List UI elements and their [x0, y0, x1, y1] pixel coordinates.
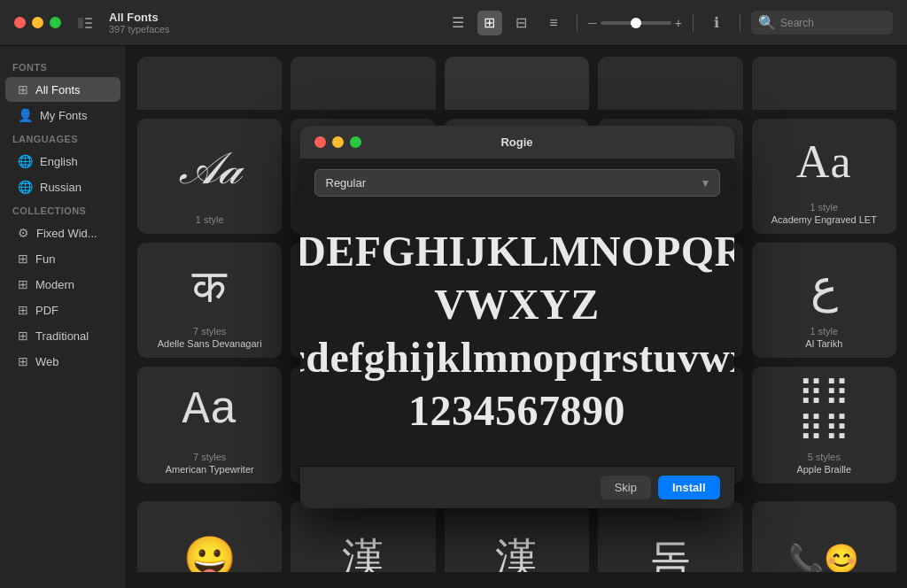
sidebar-web-label: Web: [35, 355, 59, 368]
font-card-cjk1[interactable]: 漢: [291, 501, 435, 572]
sidebar-item-all-fonts[interactable]: ⊞ All Fonts: [5, 77, 120, 102]
search-box[interactable]: 🔍: [751, 11, 893, 35]
grid-view-icon[interactable]: ⊞: [477, 11, 502, 35]
font-preview-cjk1: 漢: [342, 510, 384, 572]
detail-view-icon[interactable]: ≡: [541, 11, 566, 35]
app-title: All Fonts: [109, 11, 446, 24]
font-card-emoji2[interactable]: 📞😊: [752, 501, 896, 572]
font-card-al-tarikh[interactable]: ع 1 style Al Tarikh: [752, 243, 896, 358]
sidebar-item-pdf[interactable]: ⊞ PDF: [5, 298, 120, 322]
font-card-aa[interactable]: 𝒜𝒶 1 style: [137, 119, 282, 234]
sidebar-item-russian[interactable]: 🌐 Russian: [5, 174, 120, 199]
font-preview-emoji2: 📞😊: [788, 510, 859, 572]
titlebar: All Fonts 397 typefaces ☰ ⊞ ⊟ ≡ — + ℹ 🔍: [0, 0, 907, 46]
sidebar-item-traditional[interactable]: ⊞ Traditional: [5, 323, 120, 348]
collections-section-label: Collections: [0, 200, 126, 220]
search-input[interactable]: [780, 17, 886, 29]
font-preview-korean1: 돔: [649, 510, 692, 572]
maximize-button[interactable]: [50, 17, 61, 28]
svg-rect-0: [78, 18, 83, 28]
font-style-select[interactable]: Regular: [314, 169, 720, 197]
font-preview-emoji: 😀: [183, 510, 236, 572]
sidebar-my-fonts-label: My Fonts: [40, 109, 87, 122]
modal-footer: Skip Install: [300, 466, 734, 508]
my-fonts-icon: 👤: [18, 108, 33, 122]
all-fonts-icon: ⊞: [18, 82, 28, 97]
sidebar-item-fun[interactable]: ⊞ Fun: [5, 246, 120, 271]
font-card-academy-info: 1 style Academy Engraved LET: [771, 202, 877, 225]
font-view-icon[interactable]: ☰: [446, 11, 470, 35]
font-preview-academy: Aa: [796, 128, 852, 197]
sidebar-item-modern[interactable]: ⊞ Modern: [5, 272, 120, 297]
install-button[interactable]: Install: [658, 476, 720, 499]
font-card-partial-1[interactable]: 𝔄𝔞: [137, 57, 282, 110]
pdf-icon: ⊞: [18, 303, 28, 317]
american-typewriter-styles: 7 styles: [166, 452, 254, 462]
preview-line-1: ABCDEFGHIJKLMNOPQRSTU: [300, 225, 734, 278]
toolbar-divider-2: [693, 14, 694, 32]
apple-braille-styles: 5 styles: [796, 452, 851, 462]
sidebar-pdf-label: PDF: [35, 304, 58, 317]
al-tarikh-name: Al Tarikh: [805, 338, 842, 349]
modal-titlebar: Rogie: [300, 126, 734, 159]
svg-rect-1: [85, 18, 92, 19]
modern-icon: ⊞: [18, 277, 28, 291]
font-card-cjk2[interactable]: 漢: [445, 501, 589, 572]
sidebar-toggle[interactable]: [75, 13, 95, 33]
size-slider[interactable]: — +: [588, 16, 682, 30]
skip-button[interactable]: Skip: [601, 476, 651, 499]
toolbar-icons: ☰ ⊞ ⊟ ≡ — + ℹ 🔍: [446, 11, 893, 35]
modal-preview-text: ABCDEFGHIJKLMNOPQRSTU VWXYZ abcdefghijkl…: [300, 225, 734, 437]
list-view-icon[interactable]: ⊟: [509, 11, 534, 35]
font-card-partial-2[interactable]: ? ????…: [291, 57, 435, 110]
font-card-partial-5[interactable]: [752, 57, 896, 110]
titlebar-title: All Fonts 397 typefaces: [109, 11, 446, 35]
modal-close-button[interactable]: [314, 136, 326, 148]
toolbar-divider-3: [740, 14, 740, 32]
web-icon: ⊞: [18, 354, 28, 368]
font-card-partial-4[interactable]: [598, 57, 742, 110]
font-card-apple-braille[interactable]: ⠿⠿⠿⠿ 5 styles Apple Braille: [752, 367, 896, 484]
font-card-adelle-info: 7 styles Adelle Sans Devanagari: [158, 326, 262, 349]
al-tarikh-styles: 1 style: [805, 326, 842, 337]
fonts-section-label: Fonts: [0, 57, 126, 76]
traffic-lights: [14, 17, 61, 28]
font-card-info: 1 style: [196, 214, 224, 225]
english-icon: 🌐: [18, 154, 33, 168]
traditional-icon: ⊞: [18, 329, 28, 343]
modal-minimize-button[interactable]: [332, 136, 344, 148]
preview-line-4: 1234567890: [300, 384, 734, 437]
sidebar-russian-label: Russian: [40, 181, 81, 194]
sidebar-english-label: English: [40, 155, 78, 168]
russian-icon: 🌐: [18, 180, 33, 194]
sidebar-item-web[interactable]: ⊞ Web: [5, 349, 120, 374]
font-card-al-tarikh-info: 1 style Al Tarikh: [805, 326, 842, 349]
adelle-styles: 7 styles: [158, 326, 262, 337]
font-card-korean1[interactable]: 돔: [598, 501, 742, 572]
preview-line-3: abcdefghijklmnopqrstuvwxyz: [300, 331, 734, 384]
info-icon[interactable]: ℹ: [704, 11, 729, 35]
minimize-button[interactable]: [32, 17, 43, 28]
sidebar-item-my-fonts[interactable]: 👤 My Fonts: [5, 103, 120, 128]
size-max-icon: +: [675, 16, 682, 30]
sidebar-item-english[interactable]: 🌐 English: [5, 149, 120, 174]
font-card-emoji[interactable]: 😀: [137, 501, 282, 572]
font-preview-adelle: क: [192, 251, 227, 321]
sidebar-item-fixed-width[interactable]: ⚙ Fixed Wid...: [5, 220, 120, 245]
modal-traffic-lights: [314, 136, 361, 148]
font-card-partial-3[interactable]: 𝕿: [445, 57, 589, 110]
academy-styles: 1 style: [771, 202, 877, 213]
font-card-styles: 1 style: [196, 214, 224, 225]
rogie-modal: Rogie Regular ▼ ABCDEFGHIJKLMNOPQRSTU VW…: [300, 126, 734, 508]
modal-body: Regular ▼ ABCDEFGHIJKLMNOPQRSTU VWXYZ ab…: [300, 159, 734, 466]
fixed-width-icon: ⚙: [18, 226, 29, 240]
languages-section-label: Languages: [0, 128, 126, 148]
font-card-adelle[interactable]: क 7 styles Adelle Sans Devanagari: [137, 243, 282, 358]
font-preview-aa: 𝒜𝒶: [180, 128, 240, 209]
close-button[interactable]: [14, 17, 26, 28]
font-row-4: 😀 漢 漢 돔 📞😊: [137, 501, 896, 572]
font-card-academy[interactable]: Aa 1 style Academy Engraved LET: [752, 119, 896, 234]
modal-maximize-button[interactable]: [350, 136, 361, 148]
font-card-american-typewriter[interactable]: Aa 7 styles American Typewriter: [137, 367, 282, 484]
size-min-icon: —: [588, 18, 597, 27]
